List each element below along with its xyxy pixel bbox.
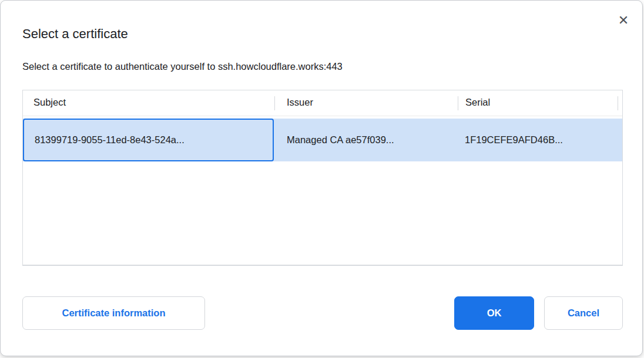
table-header: Subject Issuer Serial xyxy=(23,90,622,116)
dialog-title: Select a certificate xyxy=(22,26,128,42)
ok-button[interactable]: OK xyxy=(454,296,534,330)
column-header-issuer: Issuer xyxy=(287,97,313,108)
issuer-value: Managed CA ae57f039... xyxy=(287,134,394,146)
cell-issuer: Managed CA ae57f039... xyxy=(274,119,457,161)
column-header-subject: Subject xyxy=(33,97,66,108)
column-divider xyxy=(618,96,618,110)
close-button[interactable]: ✕ xyxy=(614,11,633,30)
close-icon: ✕ xyxy=(618,13,629,28)
serial-value: 1F19CEFE9AFD46B... xyxy=(465,134,563,146)
table-row[interactable]: 81399719-9055-11ed-8e43-524a... Managed … xyxy=(23,119,622,161)
certificate-information-button[interactable]: Certificate information xyxy=(22,296,205,330)
cell-subject: 81399719-9055-11ed-8e43-524a... xyxy=(23,119,274,161)
dialog-subtitle: Select a certificate to authenticate you… xyxy=(22,61,343,72)
column-header-serial: Serial xyxy=(465,97,490,108)
certificate-table: Subject Issuer Serial 81399719-9055-11ed… xyxy=(22,90,623,266)
cell-serial: 1F19CEFE9AFD46B... xyxy=(457,119,622,161)
cancel-button[interactable]: Cancel xyxy=(544,296,623,330)
subject-value: 81399719-9055-11ed-8e43-524a... xyxy=(35,134,185,146)
certificate-select-dialog: ✕ Select a certificate Select a certific… xyxy=(0,0,643,356)
column-divider xyxy=(274,96,275,110)
column-divider xyxy=(458,96,458,110)
screen: ✕ Select a certificate Select a certific… xyxy=(0,0,644,358)
